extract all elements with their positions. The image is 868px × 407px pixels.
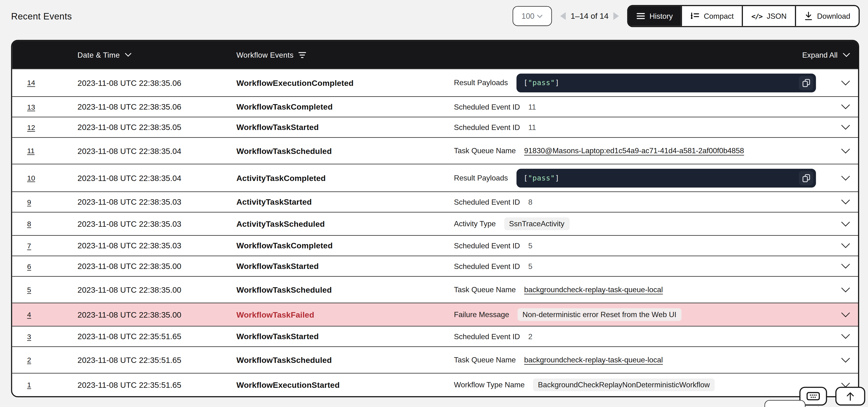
event-id-link[interactable]: 6 xyxy=(27,262,78,271)
detail-badge: BackgroundCheckReplayNonDeterministicWor… xyxy=(533,379,715,392)
detail-link[interactable]: backgroundcheck-replay-task-queue-local xyxy=(524,286,663,294)
tab-history[interactable]: History xyxy=(628,6,681,26)
event-row[interactable]: 1 2023-11-08 UTC 22:35:51.65 WorkflowExe… xyxy=(12,373,858,396)
event-row[interactable]: 10 2023-11-08 UTC 22:38:35.04 ActivityTa… xyxy=(12,164,858,192)
event-name: WorkflowTaskStarted xyxy=(236,261,454,271)
row-expand-chevron[interactable] xyxy=(841,357,850,363)
row-expand-chevron[interactable] xyxy=(841,199,850,205)
event-row[interactable]: 13 2023-11-08 UTC 22:38:35.06 WorkflowTa… xyxy=(12,96,858,117)
event-timestamp: 2023-11-08 UTC 22:38:35.04 xyxy=(78,146,237,155)
row-expand-chevron[interactable] xyxy=(841,104,850,109)
row-expand-chevron[interactable] xyxy=(841,263,850,269)
event-row[interactable]: 3 2023-11-08 UTC 22:35:51.65 WorkflowTas… xyxy=(12,326,858,346)
download-button[interactable]: Download xyxy=(795,6,859,26)
sort-chevron-down-icon xyxy=(125,53,132,57)
detail-value: 11 xyxy=(528,123,536,131)
chevron-down-icon xyxy=(841,263,850,269)
event-row[interactable]: 8 2023-11-08 UTC 22:38:35.03 ActivityTas… xyxy=(12,212,858,235)
chevron-down-icon xyxy=(841,125,850,130)
detail-value: 2 xyxy=(528,332,532,341)
event-id-link[interactable]: 2 xyxy=(27,356,78,364)
event-id-link[interactable]: 5 xyxy=(27,286,78,294)
pagination: 1–14 of 14 xyxy=(560,11,619,21)
copy-icon xyxy=(802,174,810,182)
detail-label: Workflow Type Name xyxy=(454,381,525,389)
page-size-select[interactable]: 100 xyxy=(513,6,552,26)
detail-value: 8 xyxy=(528,198,532,206)
top-toolbar: Recent Events 100 1–14 of 14 History Com… xyxy=(11,0,860,32)
row-expand-chevron[interactable] xyxy=(841,148,850,153)
arrow-up-icon xyxy=(846,392,855,401)
event-row[interactable]: 12 2023-11-08 UTC 22:38:35.05 WorkflowTa… xyxy=(12,117,858,137)
event-timestamp: 2023-11-08 UTC 22:38:35.00 xyxy=(78,285,237,294)
event-name: ActivityTaskScheduled xyxy=(236,219,454,228)
detail-label: Result Payloads xyxy=(454,79,508,87)
toolbar-controls: 100 1–14 of 14 History Compact </> xyxy=(513,5,860,27)
copy-button[interactable] xyxy=(799,75,813,90)
row-expand-chevron[interactable] xyxy=(841,80,850,85)
tab-compact[interactable]: Compact xyxy=(681,6,742,26)
expand-all-button[interactable]: Expand All xyxy=(802,51,850,59)
detail-label: Activity Type xyxy=(454,220,496,228)
event-timestamp: 2023-11-08 UTC 22:38:35.03 xyxy=(78,219,237,228)
previous-page-arrow-icon[interactable] xyxy=(560,12,565,20)
event-timestamp: 2023-11-08 UTC 22:38:35.03 xyxy=(78,197,237,206)
event-id-link[interactable]: 10 xyxy=(27,174,78,182)
chevron-down-icon xyxy=(841,175,850,181)
detail-label: Scheduled Event ID xyxy=(454,123,520,131)
event-row[interactable]: 2 2023-11-08 UTC 22:35:51.65 WorkflowTas… xyxy=(12,346,858,373)
copy-icon xyxy=(802,78,810,87)
row-expand-chevron[interactable] xyxy=(841,243,850,248)
event-id-link[interactable]: 12 xyxy=(27,123,78,131)
event-name: ActivityTaskCompleted xyxy=(236,174,454,182)
event-row[interactable]: 5 2023-11-08 UTC 22:38:35.00 WorkflowTas… xyxy=(12,276,858,303)
row-expand-chevron[interactable] xyxy=(841,312,850,317)
event-row[interactable]: 9 2023-11-08 UTC 22:38:35.03 ActivityTas… xyxy=(12,191,858,212)
chevron-down-icon xyxy=(841,104,850,109)
event-id-link[interactable]: 1 xyxy=(27,381,78,389)
event-timestamp: 2023-11-08 UTC 22:38:35.00 xyxy=(78,310,237,319)
event-id-link[interactable]: 8 xyxy=(27,220,78,228)
filter-icon[interactable] xyxy=(299,51,306,58)
detail-link[interactable]: backgroundcheck-replay-task-queue-local xyxy=(524,356,663,364)
event-name: WorkflowTaskStarted xyxy=(236,332,454,341)
event-id-link[interactable]: 4 xyxy=(27,310,78,319)
detail-label: Result Payloads xyxy=(454,174,508,182)
copy-button[interactable] xyxy=(799,171,813,185)
event-id-link[interactable]: 11 xyxy=(27,147,78,155)
row-expand-chevron[interactable] xyxy=(841,175,850,181)
detail-value: 5 xyxy=(528,262,532,271)
event-rows: 14 2023-11-08 UTC 22:38:35.06 WorkflowEx… xyxy=(12,68,858,396)
row-expand-chevron[interactable] xyxy=(841,125,850,130)
detail-label: Scheduled Event ID xyxy=(454,242,520,250)
event-id-link[interactable]: 14 xyxy=(27,79,78,87)
chevron-down-icon xyxy=(841,80,850,85)
event-detail: Task Queue Name backgroundcheck-replay-t… xyxy=(454,286,825,294)
row-expand-chevron[interactable] xyxy=(841,287,850,292)
event-name: WorkflowTaskCompleted xyxy=(236,241,454,250)
next-page-arrow-icon[interactable] xyxy=(614,12,619,20)
detail-label: Scheduled Event ID xyxy=(454,103,520,111)
event-id-link[interactable]: 3 xyxy=(27,332,78,341)
event-row[interactable]: 6 2023-11-08 UTC 22:38:35.00 WorkflowTas… xyxy=(12,256,858,276)
page-size-select-bottom[interactable]: 100 xyxy=(765,400,806,407)
event-detail: Scheduled Event ID 5 xyxy=(454,242,825,250)
header-date-time[interactable]: Date & Time xyxy=(78,51,237,59)
tab-json[interactable]: </> JSON xyxy=(742,6,795,26)
row-expand-chevron[interactable] xyxy=(841,334,850,339)
event-row[interactable]: 11 2023-11-08 UTC 22:38:35.04 WorkflowTa… xyxy=(12,137,858,164)
previous-page-arrow-icon[interactable] xyxy=(813,406,819,407)
event-timestamp: 2023-11-08 UTC 22:38:35.06 xyxy=(78,102,237,111)
detail-link[interactable]: 91830@Masons-Laptop:ed1c54a9-ac71-41d4-a… xyxy=(524,147,744,155)
page-title: Recent Events xyxy=(11,11,72,21)
event-timestamp: 2023-11-08 UTC 22:38:35.05 xyxy=(78,123,237,132)
detail-value: 11 xyxy=(528,103,536,111)
event-id-link[interactable]: 9 xyxy=(27,198,78,206)
event-id-link[interactable]: 13 xyxy=(27,103,78,111)
event-id-link[interactable]: 7 xyxy=(27,242,78,250)
event-row[interactable]: 14 2023-11-08 UTC 22:38:35.06 WorkflowEx… xyxy=(12,68,858,96)
event-detail: Result Payloads ["pass"] xyxy=(454,168,825,187)
row-expand-chevron[interactable] xyxy=(841,221,850,226)
event-row[interactable]: 7 2023-11-08 UTC 22:38:35.03 WorkflowTas… xyxy=(12,235,858,255)
event-row[interactable]: 4 2023-11-08 UTC 22:38:35.00 WorkflowTas… xyxy=(12,303,858,326)
